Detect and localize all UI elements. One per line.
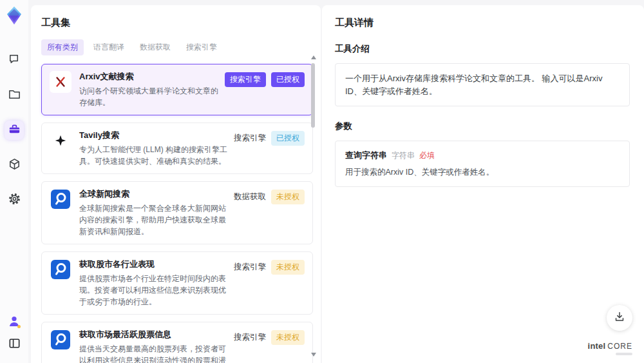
intro-heading: 工具介绍 (335, 43, 630, 55)
tool-item-sector-performance[interactable]: 获取股市各行业表现 提供股票市场各个行业在特定时间段内的表现。投资者可以利用这些… (41, 251, 313, 315)
sidebar-item-chat[interactable] (5, 51, 24, 70)
toolbox-icon (8, 123, 21, 139)
param-type: 字符串 (392, 150, 415, 161)
category-label: 数据获取 (234, 191, 266, 202)
tavily-star (50, 130, 71, 152)
tab-all-categories[interactable]: 所有类别 (41, 39, 84, 55)
tool-description: 全球新闻搜索是一个聚合全球各大新闻网站内容的搜索引擎，帮助用户快速获取全球最新资… (79, 202, 229, 237)
sidebar-item-files[interactable] (5, 86, 24, 105)
param-item: 查询字符串 字符串 必填 用于搜索的Arxiv ID、关键字或作者姓名。 (335, 141, 630, 187)
list-scrollbar[interactable] (310, 55, 316, 357)
download-icon (613, 310, 626, 326)
tool-name: 获取市场最活跃股票信息 (79, 329, 229, 340)
folder-icon (8, 88, 21, 104)
param-name: 查询字符串 (345, 150, 387, 161)
param-description: 用于搜索的Arxiv ID、关键字或作者姓名。 (345, 167, 620, 178)
tool-name: 全球新闻搜索 (79, 188, 229, 200)
brand-intel-text: intel (588, 341, 606, 351)
tool-description: 提供当天交易量最高的股票列表，投资者可以利用这些信息来识别流动性强的股票和潜在的… (79, 343, 229, 363)
magnifier-blue-icon (50, 329, 71, 351)
gear-icon (8, 192, 21, 208)
scroll-up-arrow[interactable] (311, 55, 316, 59)
tool-item-most-active-stocks[interactable]: 获取市场最活跃股票信息 提供当天交易量最高的股票列表，投资者可以利用这些信息来识… (41, 322, 313, 363)
status-badge: 已授权 (271, 131, 305, 146)
status-badge: 未授权 (271, 330, 305, 345)
chat-icon (8, 53, 21, 69)
page-title: 工具集 (41, 17, 310, 29)
tool-description: 访问各个研究领域大量科学论文和文章的存储库。 (79, 85, 220, 108)
tool-name: Arxiv文献搜索 (79, 71, 220, 83)
status-badge: 已授权 (271, 72, 305, 87)
sidebar-item-settings[interactable] (5, 190, 24, 210)
tool-intro-text: 一个用于从Arxiv存储库搜索科学论文和文章的工具。 输入可以是Arxiv ID… (335, 63, 630, 106)
param-required-label: 必填 (419, 150, 435, 161)
detail-title: 工具详情 (335, 17, 630, 29)
tool-list-panel: 工具集 所有类别 语言翻译 数据获取 搜索引擎 Arxiv文献搜索 访问各个研究… (31, 5, 321, 363)
intel-core-logo: intelcore (588, 340, 632, 355)
cube-icon (8, 157, 21, 173)
arxiv-logo (50, 71, 71, 93)
tool-description: 专为人工智能代理 (LLM) 构建的搜索引擎工具。可快速提供实时、准确和真实的结… (79, 144, 229, 167)
tool-name: 获取股市各行业表现 (79, 259, 229, 270)
app-logo (5, 6, 24, 25)
category-tabs: 所有类别 语言翻译 数据获取 搜索引擎 (41, 39, 310, 55)
download-button[interactable] (607, 305, 632, 331)
sidebar-bottom (7, 314, 21, 363)
tool-item-tavily[interactable]: Tavily搜索 专为人工智能代理 (LLM) 构建的搜索引擎工具。可快速提供实… (41, 123, 313, 174)
tool-description: 提供股票市场各个行业在特定时间段内的表现。投资者可以利用这些信息来识别表现优于或… (79, 273, 229, 308)
sidebar-nav (5, 51, 24, 210)
user-avatar[interactable] (7, 314, 21, 328)
avatar-status-dot (17, 325, 21, 328)
brand-sub-mark (616, 353, 632, 355)
sidebar-item-tools[interactable] (5, 121, 24, 140)
tool-name: Tavily搜索 (79, 130, 229, 141)
panel-toggle-icon (8, 341, 21, 352)
scroll-down-arrow[interactable] (311, 353, 316, 357)
params-heading: 参数 (335, 121, 630, 132)
collapse-sidebar-button[interactable] (8, 337, 21, 353)
sidebar (0, 0, 28, 363)
brand-core-text: core (607, 342, 632, 351)
category-label: 搜索引擎 (234, 133, 266, 144)
magnifier-blue-icon (50, 188, 71, 210)
tab-search-engine[interactable]: 搜索引擎 (180, 39, 223, 55)
tool-detail-panel: 工具详情 工具介绍 一个用于从Arxiv存储库搜索科学论文和文章的工具。 输入可… (322, 5, 644, 363)
tool-list: Arxiv文献搜索 访问各个研究领域大量科学论文和文章的存储库。 搜索引擎 已授… (41, 64, 313, 363)
category-label: 搜索引擎 (234, 332, 266, 343)
tab-language-translation[interactable]: 语言翻译 (88, 39, 130, 55)
magnifier-blue-icon (50, 259, 71, 280)
status-badge: 未授权 (271, 190, 305, 204)
status-badge: 未授权 (271, 260, 305, 275)
scrollbar-thumb[interactable] (311, 63, 315, 128)
tab-data-fetch[interactable]: 数据获取 (134, 39, 176, 55)
category-label: 搜索引擎 (234, 262, 266, 273)
sidebar-item-models[interactable] (5, 155, 24, 175)
tool-item-arxiv[interactable]: Arxiv文献搜索 访问各个研究领域大量科学论文和文章的存储库。 搜索引擎 已授… (41, 64, 313, 115)
category-badge: 搜索引擎 (225, 72, 266, 87)
tool-item-global-news[interactable]: 全球新闻搜索 全球新闻搜索是一个聚合全球各大新闻网站内容的搜索引擎，帮助用户快速… (41, 181, 313, 244)
